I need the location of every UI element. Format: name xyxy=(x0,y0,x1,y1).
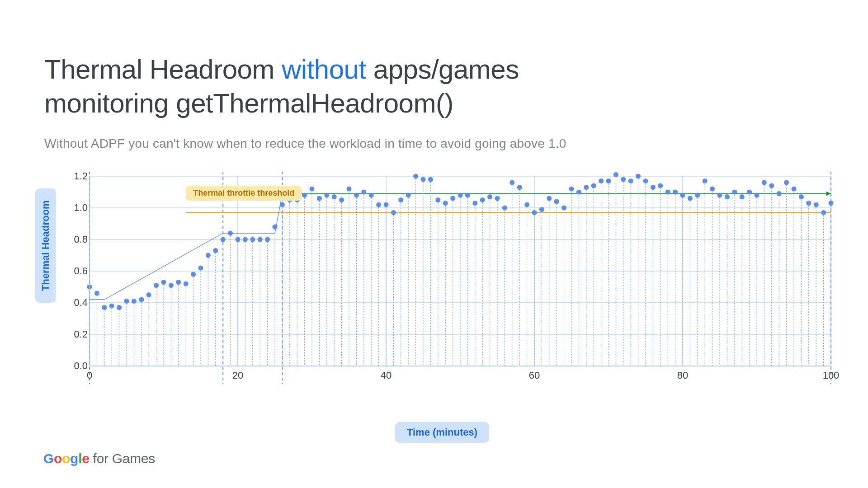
svg-point-223 xyxy=(821,210,826,215)
svg-point-189 xyxy=(695,193,700,198)
svg-point-173 xyxy=(636,174,641,179)
svg-point-205 xyxy=(755,193,760,198)
svg-point-153 xyxy=(561,206,566,211)
svg-point-165 xyxy=(606,178,611,183)
svg-point-61 xyxy=(221,237,226,242)
slide: Thermal Headroom without apps/gamesmonit… xyxy=(0,0,868,488)
google-e-icon: e xyxy=(82,451,89,466)
svg-point-191 xyxy=(703,178,708,183)
svg-point-115 xyxy=(421,177,426,182)
svg-point-107 xyxy=(391,210,396,215)
svg-point-199 xyxy=(732,190,737,195)
y-tick: 0.6 xyxy=(68,265,88,277)
svg-point-195 xyxy=(717,193,722,198)
svg-point-213 xyxy=(784,180,789,185)
svg-marker-23 xyxy=(826,192,831,196)
svg-point-75 xyxy=(273,225,278,230)
svg-point-145 xyxy=(532,210,537,215)
svg-point-87 xyxy=(317,196,322,201)
slide-title: Thermal Headroom without apps/gamesmonit… xyxy=(44,52,519,120)
svg-point-55 xyxy=(198,266,203,271)
y-tick: 1.0 xyxy=(68,202,88,214)
svg-point-113 xyxy=(413,174,418,179)
svg-point-197 xyxy=(725,194,730,199)
svg-point-185 xyxy=(680,193,685,198)
svg-point-89 xyxy=(324,193,329,198)
svg-point-193 xyxy=(710,187,715,192)
svg-point-39 xyxy=(139,297,144,302)
svg-point-167 xyxy=(613,172,618,177)
svg-point-41 xyxy=(146,292,151,297)
y-tick: 0.2 xyxy=(68,328,88,340)
x-tick: 100 xyxy=(823,370,840,381)
svg-point-147 xyxy=(539,207,544,212)
chart: Thermal Headroom 0.00.20.40.60.81.01.2 0… xyxy=(44,167,840,420)
svg-point-137 xyxy=(502,206,507,211)
x-tick: 40 xyxy=(381,370,392,381)
svg-point-103 xyxy=(376,202,381,207)
slide-subtitle: Without ADPF you can't know when to redu… xyxy=(44,136,566,151)
svg-point-219 xyxy=(806,201,811,206)
svg-point-201 xyxy=(740,194,745,199)
svg-point-27 xyxy=(94,291,99,296)
svg-point-37 xyxy=(132,299,137,304)
svg-point-131 xyxy=(480,197,485,202)
svg-point-139 xyxy=(509,180,514,185)
svg-point-117 xyxy=(428,177,433,182)
svg-point-65 xyxy=(236,237,241,242)
svg-point-105 xyxy=(384,202,389,207)
svg-point-125 xyxy=(458,193,463,198)
title-prefix: Thermal Headroom xyxy=(44,54,282,84)
svg-point-119 xyxy=(435,197,440,202)
y-tick: 1.2 xyxy=(68,170,88,182)
svg-point-99 xyxy=(361,190,366,195)
svg-point-33 xyxy=(117,305,122,310)
svg-point-203 xyxy=(747,190,752,195)
svg-point-187 xyxy=(688,196,693,201)
svg-point-179 xyxy=(658,183,663,188)
plot-area xyxy=(90,176,831,366)
svg-point-177 xyxy=(651,185,656,190)
svg-point-63 xyxy=(228,231,233,236)
svg-point-169 xyxy=(621,177,626,182)
svg-point-159 xyxy=(584,185,589,190)
svg-point-49 xyxy=(176,280,181,285)
svg-point-127 xyxy=(465,193,470,198)
x-tick: 80 xyxy=(677,370,688,381)
plot-svg xyxy=(90,176,831,366)
svg-point-53 xyxy=(191,272,196,277)
footer-suffix: for Games xyxy=(90,451,155,466)
svg-point-175 xyxy=(643,178,648,183)
svg-line-21 xyxy=(104,233,223,300)
threshold-label: Thermal throttle threshold xyxy=(186,186,302,201)
x-tick: 20 xyxy=(232,370,243,381)
svg-point-67 xyxy=(243,237,248,242)
title-accent: without xyxy=(282,54,366,84)
svg-point-143 xyxy=(524,202,529,207)
svg-point-57 xyxy=(206,253,211,258)
svg-point-97 xyxy=(354,193,359,198)
svg-point-109 xyxy=(398,197,403,202)
y-tick: 0.0 xyxy=(68,360,88,372)
svg-point-155 xyxy=(569,187,574,192)
svg-point-71 xyxy=(258,237,263,242)
svg-point-171 xyxy=(628,178,633,183)
google-o1-icon: o xyxy=(54,451,62,466)
svg-point-77 xyxy=(280,202,285,207)
svg-point-69 xyxy=(250,237,255,242)
svg-point-225 xyxy=(829,201,834,206)
footer-logo: Google for Games xyxy=(43,451,155,466)
svg-point-215 xyxy=(792,187,797,192)
svg-point-133 xyxy=(487,194,492,199)
svg-point-29 xyxy=(102,305,107,310)
svg-point-123 xyxy=(450,196,455,201)
svg-point-181 xyxy=(665,190,670,195)
svg-point-35 xyxy=(124,299,129,304)
svg-point-129 xyxy=(472,201,477,206)
x-tick: 0 xyxy=(87,370,92,381)
svg-point-73 xyxy=(265,237,270,242)
svg-point-183 xyxy=(673,190,678,195)
svg-point-207 xyxy=(762,180,767,185)
svg-point-51 xyxy=(184,282,189,286)
svg-point-135 xyxy=(495,196,500,201)
